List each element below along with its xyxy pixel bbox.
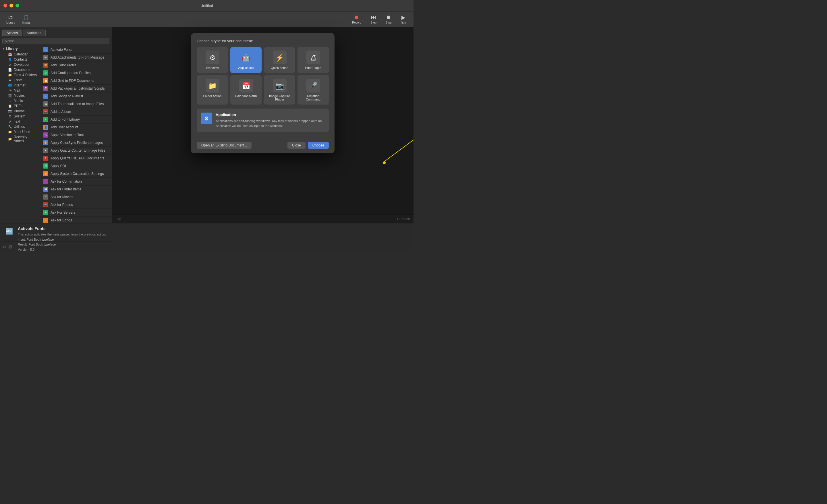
sidebar-item-files---folders[interactable]: 📁Files & Folders [0,72,40,78]
sidebar-item-contacts[interactable]: 👤Contacts [0,57,40,62]
action-item[interactable]: ♪Add Songs to Playlist [40,93,112,100]
sidebar-item-most-used[interactable]: 📁 Most Used [0,129,40,135]
sidebar-item-recently-added[interactable]: 📁 Recently Added [0,135,40,144]
doc-type-icon: 📁 [206,79,220,93]
sidebar-icon: 📅 [8,52,12,56]
action-item[interactable]: ✗Apply Quartz Co...ter to Image Files [40,147,112,154]
record-icon: ⏺ [354,14,359,20]
action-item[interactable]: 🗄Apply SQL [40,162,112,170]
minimize-button[interactable] [9,4,13,7]
sidebar-item-documents[interactable]: 📄Documents [0,67,40,72]
action-icon: 📦 [43,86,48,91]
action-item[interactable]: 📷Ask for Photos [40,201,112,209]
sidebar-item-calendar[interactable]: 📅Calendar [0,52,40,57]
sidebar-item-utilities[interactable]: 🔧Utilities [0,124,40,129]
action-item[interactable]: 🖼Add Thumbnail Icon to Image Files [40,100,112,108]
run-button[interactable]: ▶ Run [397,13,410,26]
action-item[interactable]: AActivate Fonts [40,46,112,54]
sidebar-label: Files & Folders [14,73,37,77]
doc-type-folder-action[interactable]: 📁 Folder Action [197,75,228,105]
doc-type-label: Workflow [206,66,219,69]
sidebar-icon: 📷 [8,109,12,113]
record-button[interactable]: ⏺ Record [348,13,365,26]
action-item[interactable]: ✗Apply Quartz Filt...PDF Documents [40,154,112,162]
action-item[interactable]: ✉Add Attachments to Front Message [40,54,112,61]
doc-type-dictation-command[interactable]: 🎤 Dictation Command [297,75,329,105]
app-icon: ⚙ [201,112,212,124]
action-item[interactable]: 🎨Add Color Profile [40,61,112,69]
close-button[interactable] [3,4,7,7]
sidebar-item-pdfs[interactable]: 📋PDFs [0,103,40,109]
sidebar-item-text[interactable]: ✗Text [0,119,40,124]
doc-type-grid: ⚙ Workflow 🤖 Application ⚡ Quick Action … [197,47,329,105]
sidebar-item-internet[interactable]: 🌐Internet [0,83,40,88]
triangle-icon: ▼ [2,47,5,50]
recently-added-label: Recently Added [14,135,38,143]
choose-button[interactable]: Choose [308,142,329,149]
action-label: Add User Account [51,125,78,129]
library-button[interactable]: 🗂 Library [3,13,18,25]
stop-button[interactable]: ⏹ Stop [382,13,396,26]
action-item[interactable]: ❓Ask for Confirmation [40,178,112,186]
doc-type-icon: 🎤 [306,79,320,93]
action-item[interactable]: AAdd to Font Library [40,116,112,123]
dialog-backdrop: Choose a type for your document: ⚙ Workf… [112,27,414,223]
svg-text:🤖: 🤖 [242,53,250,62]
media-button[interactable]: 🎵 Media [19,13,33,26]
action-icon: ⚙ [43,171,48,176]
dialog-footer: Open an Existing Document... Close Choos… [191,142,335,153]
doc-type-workflow[interactable]: ⚙ Workflow [197,47,228,73]
action-item[interactable]: 🖥Ask For Servers [40,209,112,216]
action-item[interactable]: 👤Add User Account [40,123,112,131]
doc-type-quick-action[interactable]: ⚡ Quick Action [264,47,295,73]
library-group-header[interactable]: ▼ Library [0,46,40,52]
sidebar-item-fonts[interactable]: AFonts [0,78,40,83]
close-dialog-button[interactable]: Close [287,142,305,149]
sidebar-item-music[interactable]: ♪Music [0,98,40,103]
zoom-button[interactable] [15,4,19,7]
sidebar-icon: 📋 [8,104,12,108]
action-item[interactable]: 📦Add Packages a...ost-Install Scripts [40,85,112,93]
action-icon: 📷 [43,202,48,207]
sidebar-label: Text [14,119,20,123]
svg-text:⚙: ⚙ [204,116,209,121]
open-existing-button[interactable]: Open an Existing Document... [197,142,251,149]
action-label: Ask for Photos [51,203,73,207]
sidebar-icon: 📁 [8,73,12,77]
doc-type-calendar-alarm[interactable]: 📅 Calendar Alarm [230,75,261,105]
sidebar-item-system[interactable]: ⚙System [0,114,40,119]
checkbox-button[interactable]: ☑ [8,245,12,249]
step-button[interactable]: ⏭ Step [367,13,381,26]
sidebar-item-photos[interactable]: 📷Photos [0,109,40,114]
tab-variables[interactable]: Variables [23,30,45,36]
library-label: Library [6,21,15,24]
action-item[interactable]: 📷Add to Album [40,108,112,116]
doc-type-print-plugin[interactable]: 🖨 Print Plugin [297,47,329,73]
sidebar-item-mail[interactable]: ✉Mail [0,88,40,93]
title-bar: Untitled [0,0,414,11]
action-item[interactable]: 📋Add Grid to PDF Documents [40,77,112,85]
tab-actions[interactable]: Actions [2,30,22,36]
main-layout: Actions Variables ▼ Library 📅Calendar👤Co… [0,27,414,223]
dialog: Choose a type for your document: ⚙ Workf… [191,33,335,153]
sidebar-icon: A [8,78,12,82]
action-item[interactable]: 🎬Ask for Movies [40,193,112,201]
action-label: Add Configuration Profiles [51,71,91,75]
action-item[interactable]: 🎨Apply ColorSync Profile to Images [40,139,112,147]
action-label: Ask for Confirmation [51,180,82,184]
action-icon: 👤 [43,124,48,130]
sidebar-item-movies[interactable]: 🎬Movies [0,93,40,98]
sidebar-label: Documents [14,68,31,72]
gear-button[interactable]: ⚙ [2,245,6,249]
action-label: Add Thumbnail Icon to Image Files [51,102,104,106]
action-icon: ✗ [43,148,48,153]
action-item[interactable]: ♪Ask for Songs [40,216,112,223]
action-item[interactable]: 📁Ask for Finder Items [40,186,112,193]
doc-type-image-capture-plugin[interactable]: 📷 Image Capture Plugin [264,75,295,105]
action-item[interactable]: ⚙Apply System Co...uration Settings [40,170,112,178]
action-item[interactable]: 🔧Apple Versioning Tool [40,131,112,139]
action-item[interactable]: ⚙Add Configuration Profiles [40,69,112,77]
sidebar-item-developer[interactable]: ✗Developer [0,62,40,67]
search-input[interactable] [2,38,109,44]
doc-type-application[interactable]: 🤖 Application [230,47,261,73]
